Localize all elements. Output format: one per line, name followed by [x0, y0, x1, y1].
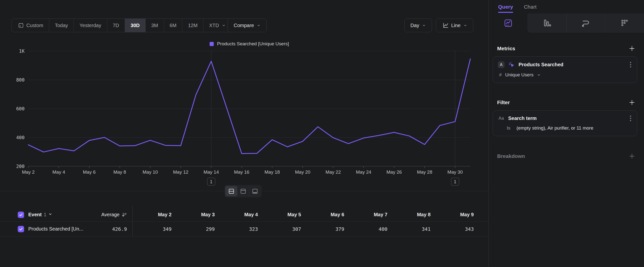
- chevron-down-icon: [422, 24, 426, 27]
- line-chart: 1K800600400200May 2May 4May 6May 8May 10…: [0, 47, 480, 190]
- table-date-header: May 4: [219, 212, 262, 217]
- chevron-down-icon: [48, 212, 52, 217]
- compare-button[interactable]: Compare: [228, 19, 267, 32]
- filter-title: Filter: [497, 100, 510, 105]
- panel-top-icon: [240, 188, 246, 195]
- svg-text:May 18: May 18: [264, 169, 280, 175]
- filter-section-header: Filter: [489, 99, 644, 106]
- range-label: 3M: [151, 23, 158, 28]
- svg-text:600: 600: [16, 106, 24, 111]
- line-chart-icon: [442, 23, 449, 29]
- range-7d-button[interactable]: 7D: [107, 19, 125, 32]
- svg-text:400: 400: [16, 135, 24, 140]
- add-breakdown-button[interactable]: [629, 153, 635, 159]
- metrics-title: Metrics: [497, 46, 515, 52]
- range-30d-button[interactable]: 30D: [125, 19, 146, 32]
- granularity-label: Day: [410, 23, 420, 28]
- svg-text:May 26: May 26: [386, 169, 402, 175]
- svg-text:May 30: May 30: [448, 169, 463, 175]
- tab-retention[interactable]: [605, 14, 644, 33]
- range-label: 6M: [170, 23, 176, 28]
- svg-text:May 24: May 24: [356, 169, 372, 175]
- range-6m-button[interactable]: 6M: [164, 19, 182, 32]
- svg-text:800: 800: [16, 77, 24, 83]
- granularity-button[interactable]: Day: [404, 19, 432, 32]
- chart-type-button[interactable]: Line: [436, 19, 473, 32]
- average-sort-control[interactable]: Average: [101, 212, 132, 217]
- svg-text:May 4: May 4: [52, 169, 65, 175]
- column-divider: [132, 206, 132, 221]
- panel-bottom-icon: [252, 188, 258, 195]
- metric-name: Products Searched: [518, 62, 563, 68]
- svg-text:May 28: May 28: [417, 169, 432, 175]
- annotation-badge[interactable]: 1: [451, 178, 459, 185]
- table-value-cell: 400: [348, 226, 392, 232]
- range-label: Today: [55, 23, 68, 28]
- row-checkbox[interactable]: [18, 226, 24, 232]
- svg-text:200: 200: [16, 164, 24, 169]
- table-value-cell: 379: [305, 226, 348, 232]
- table-row-values: 349299323307379400341343: [132, 222, 478, 236]
- svg-text:May 8: May 8: [114, 169, 126, 175]
- chart-type-label: Line: [451, 23, 460, 28]
- add-filter-button[interactable]: [629, 99, 635, 106]
- counting-method-dropdown[interactable]: # Unique Users: [498, 72, 632, 78]
- tab-flows[interactable]: [566, 14, 605, 33]
- svg-text:May 22: May 22: [326, 169, 341, 175]
- chevron-down-icon: [257, 24, 260, 27]
- query-sidebar: Query Chart Metrics A Products Searched …: [489, 0, 644, 267]
- range-custom-button[interactable]: Custom: [12, 19, 49, 32]
- layout-toggle-group: [224, 185, 262, 197]
- metric-menu-button[interactable]: [629, 62, 632, 68]
- tab-query-label: Query: [498, 4, 513, 10]
- breakdown-section-header: Breakdown: [489, 153, 644, 159]
- tab-funnels[interactable]: [528, 14, 566, 33]
- row-series-name: Products Searched [Un...: [28, 226, 83, 232]
- svg-text:May 16: May 16: [234, 169, 249, 175]
- select-all-checkbox[interactable]: [18, 212, 24, 218]
- chevron-down-icon: [464, 24, 467, 27]
- table-date-header: May 9: [435, 212, 478, 217]
- panel-top-layout-button[interactable]: [237, 186, 249, 196]
- annotation-badge[interactable]: 1: [207, 178, 215, 185]
- report-type-tabs: [489, 14, 644, 33]
- tab-insights[interactable]: [489, 14, 528, 33]
- filter-menu-button[interactable]: [629, 115, 632, 121]
- tab-query[interactable]: Query: [498, 0, 513, 14]
- range-label: 30D: [130, 23, 140, 28]
- filter-property-name: Search term: [508, 116, 537, 121]
- retention-icon: [620, 19, 629, 27]
- table-header-row: Event 1 Average May 2May 3May 4May 5May …: [0, 208, 488, 222]
- row-average-value: 426.9: [112, 226, 132, 232]
- svg-text:May 2: May 2: [22, 169, 35, 175]
- range-label: 7D: [113, 23, 119, 28]
- panel-split-layout-button[interactable]: [225, 186, 237, 196]
- filter-card[interactable]: Aa Search term Is (empty string), Air pu…: [493, 110, 637, 136]
- breakdown-title: Breakdown: [497, 153, 525, 159]
- filter-condition[interactable]: Is (empty string), Air purifier, or 11 m…: [498, 125, 632, 131]
- svg-text:1: 1: [210, 179, 212, 184]
- event-column-dropdown[interactable]: Event 1: [28, 212, 52, 217]
- table-value-cell: 307: [262, 226, 305, 232]
- date-range-group: CustomTodayYesterday7D30D3M6M12MXTD: [12, 19, 232, 32]
- filter-operator: Is: [507, 125, 510, 131]
- tab-chart-label: Chart: [524, 4, 536, 10]
- add-metric-button[interactable]: [629, 45, 635, 52]
- range-3m-button[interactable]: 3M: [146, 19, 164, 32]
- svg-text:May 20: May 20: [295, 169, 310, 175]
- range-yesterday-button[interactable]: Yesterday: [74, 19, 107, 32]
- metric-card[interactable]: A Products Searched # Unique Users: [493, 56, 637, 83]
- event-column-label: Event: [28, 212, 42, 217]
- range-12m-button[interactable]: 12M: [182, 19, 203, 32]
- chevron-down-icon: [222, 24, 226, 27]
- insights-icon: [503, 18, 513, 28]
- table-date-header: May 7: [348, 212, 392, 217]
- toolbar-right: Day Line: [404, 19, 473, 32]
- funnels-icon: [542, 19, 551, 28]
- analytics-app: CustomTodayYesterday7D30D3M6M12MXTD Comp…: [0, 0, 644, 267]
- table-date-header: May 6: [305, 212, 348, 217]
- range-today-button[interactable]: Today: [49, 19, 74, 32]
- range-xtd-button[interactable]: XTD: [203, 19, 231, 32]
- tab-chart[interactable]: Chart: [524, 0, 536, 14]
- panel-bottom-layout-button[interactable]: [249, 186, 261, 196]
